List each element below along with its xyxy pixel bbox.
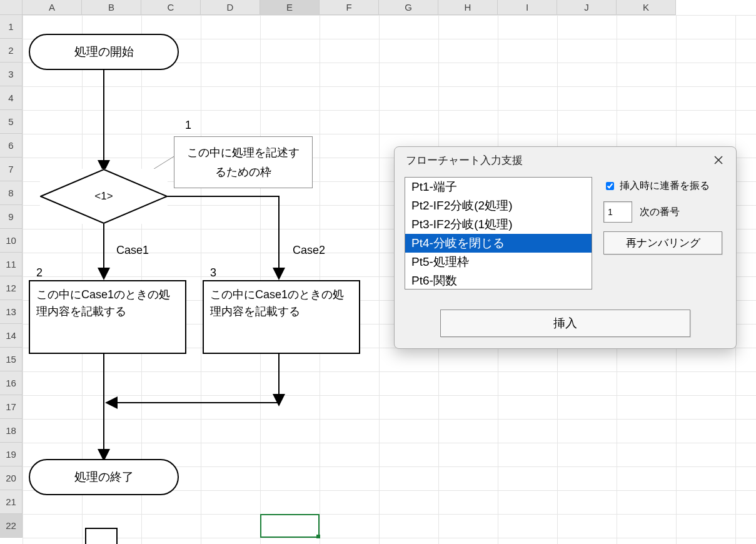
renumber-button[interactable]: 再ナンバリング [603, 231, 722, 254]
column-header[interactable]: J [557, 0, 617, 15]
row-header[interactable]: 9 [0, 205, 23, 229]
row-header[interactable]: 14 [0, 324, 23, 348]
row-header[interactable]: 15 [0, 348, 23, 371]
dialog-title: フローチャート入力支援 [406, 153, 523, 168]
auto-number-checkbox[interactable]: 挿入時に連番を振る [603, 179, 722, 193]
end-label: 処理の終了 [74, 469, 134, 485]
close-icon [714, 156, 723, 164]
decision-label: <1> [40, 169, 168, 224]
checkbox-input[interactable] [606, 182, 614, 190]
renumber-label: 再ナンバリング [626, 237, 700, 249]
row-header[interactable]: 21 [0, 490, 23, 514]
pattern-listbox[interactable]: Pt1-端子Pt2-IF2分岐(2処理)Pt3-IF2分岐(1処理)Pt4-分岐… [405, 177, 592, 290]
row-header[interactable]: 3 [0, 63, 23, 86]
listbox-option[interactable]: Pt2-IF2分岐(2処理) [405, 196, 592, 215]
next-number-label: 次の番号 [640, 206, 680, 219]
case1-text: この中にCase1のときの処理内容を記載する [36, 288, 170, 318]
column-headers: ABCDEFGHIJK [0, 0, 756, 15]
row-header[interactable]: 13 [0, 300, 23, 324]
row-header[interactable]: 7 [0, 158, 23, 181]
case1-label: Case1 [116, 244, 149, 257]
row-header[interactable]: 4 [0, 86, 23, 110]
column-header[interactable]: B [82, 0, 141, 15]
note-box[interactable]: この中に処理を記述するための枠 [174, 136, 313, 188]
case1-process[interactable]: この中にCase1のときの処理内容を記載する [29, 280, 186, 354]
select-all-corner[interactable] [0, 0, 23, 15]
row-header[interactable]: 5 [0, 110, 23, 134]
checkbox-label: 挿入時に連番を振る [620, 179, 710, 193]
next-number-input[interactable] [603, 201, 632, 223]
row-header[interactable]: 6 [0, 134, 23, 158]
start-label: 処理の開始 [74, 44, 134, 60]
end-terminal[interactable]: 処理の終了 [29, 459, 179, 495]
row-header[interactable]: 22 [0, 514, 23, 538]
partial-shape[interactable] [85, 528, 118, 544]
decision-diamond[interactable]: <1> [40, 169, 168, 224]
listbox-option[interactable]: Pt5-処理枠 [405, 253, 592, 271]
column-header[interactable]: H [438, 0, 498, 15]
row-header[interactable]: 17 [0, 395, 23, 419]
column-header[interactable]: A [23, 0, 82, 15]
row-header[interactable]: 19 [0, 443, 23, 466]
case2-process[interactable]: この中にCase1のときの処理内容を記載する [203, 280, 360, 354]
listbox-option[interactable]: Pt6-関数 [405, 271, 592, 290]
row-header[interactable]: 2 [0, 39, 23, 63]
column-header[interactable]: E [260, 0, 320, 15]
row-header[interactable]: 8 [0, 181, 23, 205]
row-header[interactable]: 11 [0, 253, 23, 276]
case2-text: この中にCase1のときの処理内容を記載する [210, 288, 344, 318]
case2-label: Case2 [293, 244, 325, 257]
row-header[interactable]: 1 [0, 15, 23, 39]
listbox-option[interactable]: Pt1-端子 [405, 178, 592, 196]
close-button[interactable] [708, 152, 728, 168]
insert-button[interactable]: 挿入 [440, 310, 690, 337]
note-text: この中に処理を記述するための枠 [187, 146, 300, 178]
column-header[interactable]: F [320, 0, 379, 15]
row-header[interactable]: 18 [0, 419, 23, 443]
row-header[interactable]: 20 [0, 466, 23, 490]
case1-number: 2 [36, 266, 43, 280]
column-header[interactable]: I [498, 0, 557, 15]
note-number: 1 [185, 119, 191, 132]
column-header[interactable]: C [141, 0, 201, 15]
case2-number: 3 [210, 266, 216, 280]
listbox-option[interactable]: Pt4-分岐を閉じる [405, 234, 592, 253]
fill-handle[interactable] [316, 535, 320, 538]
column-header[interactable]: G [379, 0, 438, 15]
row-header[interactable]: 16 [0, 371, 23, 395]
start-terminal[interactable]: 処理の開始 [29, 34, 179, 70]
dialog-titlebar[interactable]: フローチャート入力支援 [395, 147, 736, 173]
column-header[interactable]: D [201, 0, 260, 15]
listbox-option[interactable]: Pt3-IF2分岐(1処理) [405, 215, 592, 234]
selected-cell[interactable] [260, 514, 320, 538]
row-header[interactable]: 12 [0, 276, 23, 300]
row-headers: 12345678910111213141516171819202122 [0, 15, 23, 544]
insert-label: 挿入 [553, 316, 577, 330]
flowchart-helper-dialog: フローチャート入力支援 Pt1-端子Pt2-IF2分岐(2処理)Pt3-IF2分… [394, 146, 737, 349]
row-header[interactable]: 10 [0, 229, 23, 253]
column-header[interactable]: K [617, 0, 676, 15]
